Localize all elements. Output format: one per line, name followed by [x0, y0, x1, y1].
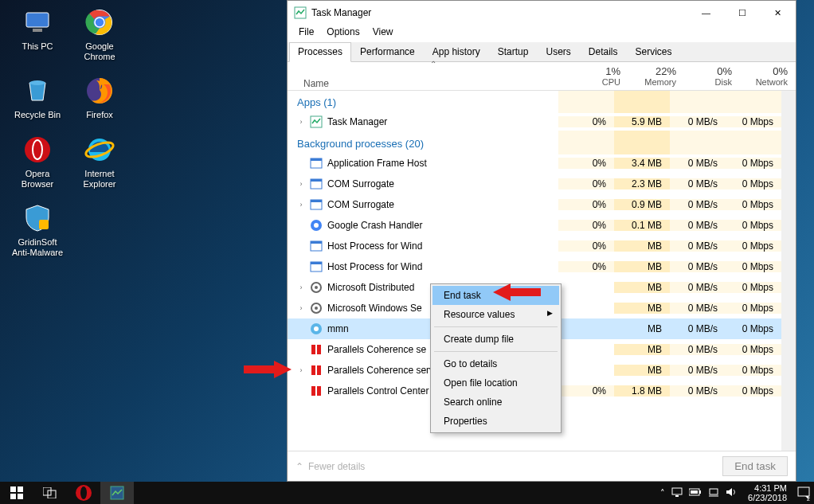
- net-cell: 0 Mbps: [726, 282, 781, 293]
- fewer-details-button[interactable]: ⌃ Fewer details: [295, 461, 365, 472]
- menu-file[interactable]: File: [292, 25, 320, 41]
- process-icon: [310, 178, 323, 190]
- svg-rect-51: [675, 495, 679, 497]
- process-icon: [310, 343, 323, 356]
- process-row[interactable]: › COM Surrogate 0% 0.9 MB 0 MB/s 0 Mbps: [288, 194, 781, 215]
- svg-rect-24: [311, 241, 322, 244]
- process-name-cell: Application Frame Host: [288, 157, 558, 170]
- context-menu-item[interactable]: Go to details: [432, 354, 559, 373]
- tray-battery-icon[interactable]: [689, 488, 702, 498]
- process-icon: [310, 198, 323, 211]
- process-icon: [310, 302, 323, 315]
- process-row[interactable]: Host Process for Wind 0% MB 0 MB/s 0 Mbp…: [288, 236, 781, 256]
- svg-point-5: [29, 80, 45, 85]
- expand-icon[interactable]: ›: [297, 304, 305, 312]
- taskbar-clock[interactable]: 4:31 PM 6/23/2018: [742, 483, 793, 502]
- process-row[interactable]: Host Process for Wind 0% MB 0 MB/s 0 Mbp…: [288, 256, 781, 277]
- net-cell: 0 Mbps: [726, 261, 781, 272]
- disk-cell: 0 MB/s: [670, 303, 726, 314]
- process-row[interactable]: Application Frame Host 0% 3.4 MB 0 MB/s …: [288, 153, 781, 174]
- tab-users[interactable]: Users: [537, 42, 579, 61]
- end-task-button[interactable]: End task: [722, 456, 788, 476]
- net-cell: 0 Mbps: [726, 199, 781, 210]
- desktop-icon-this-pc[interactable]: This PC: [10, 6, 65, 62]
- expand-icon[interactable]: ›: [297, 366, 305, 374]
- tab-details[interactable]: Details: [580, 42, 627, 61]
- process-row[interactable]: › Task Manager 0% 5.9 MB 0 MB/s 0 Mbps: [288, 111, 781, 132]
- icon-label: Recycle Bin: [14, 110, 61, 120]
- tab-performance[interactable]: Performance: [351, 42, 424, 61]
- mem-cell: MB: [614, 323, 670, 334]
- col-memory[interactable]: 22%Memory: [628, 62, 684, 90]
- cpu-cell: 0%: [558, 116, 614, 127]
- context-menu-item[interactable]: Open file location: [432, 373, 559, 393]
- mem-cell: MB: [614, 303, 670, 314]
- process-name-cell: Host Process for Wind: [288, 260, 558, 273]
- col-cpu[interactable]: 1%CPU: [573, 62, 628, 90]
- svg-rect-55: [710, 489, 718, 494]
- column-headers: ⌃Name 1%CPU 22%Memory 0%Disk 0%Network: [288, 62, 796, 91]
- col-name[interactable]: ⌃Name: [288, 62, 573, 90]
- desktop-icon-ie[interactable]: Internet Explorer: [72, 134, 127, 189]
- desktop-icon-opera[interactable]: Opera Browser: [10, 134, 65, 189]
- context-menu-item[interactable]: Create dump file: [432, 330, 559, 349]
- desktop-icon-firefox[interactable]: Firefox: [72, 75, 127, 120]
- context-menu-item[interactable]: Resource values▶: [432, 305, 559, 324]
- tab-startup[interactable]: Startup: [489, 42, 538, 61]
- mem-cell: MB: [614, 344, 670, 355]
- cpu-cell: 0%: [558, 199, 614, 210]
- icon-label: GridinSoft Anti-Malware: [12, 237, 63, 258]
- expand-icon[interactable]: ›: [297, 118, 305, 126]
- expand-icon[interactable]: ›: [297, 283, 305, 291]
- icon-label: Opera Browser: [22, 169, 53, 189]
- disk-cell: 0 MB/s: [670, 178, 726, 189]
- start-button[interactable]: [0, 482, 33, 504]
- col-network[interactable]: 0%Network: [740, 62, 796, 90]
- task-view-button[interactable]: [33, 482, 67, 504]
- svg-rect-26: [311, 262, 322, 264]
- expand-icon[interactable]: ›: [297, 201, 305, 209]
- col-name-label: Name: [303, 78, 329, 89]
- cpu-cell: 0%: [558, 385, 614, 397]
- context-menu-item[interactable]: Properties: [432, 412, 559, 431]
- desktop-icon-recycle-bin[interactable]: Recycle Bin: [10, 75, 65, 120]
- notification-button[interactable]: 2: [793, 482, 814, 504]
- process-row[interactable]: › COM Surrogate 0% 2.3 MB 0 MB/s 0 Mbps: [288, 174, 781, 194]
- context-menu-item[interactable]: Search online: [432, 393, 559, 412]
- tray-display-icon[interactable]: [671, 487, 683, 498]
- disk-cell: 0 MB/s: [670, 261, 726, 272]
- tab-processes[interactable]: Processes: [289, 42, 351, 62]
- scroll-up-icon[interactable]: ▴: [781, 91, 796, 105]
- expand-icon[interactable]: ›: [297, 180, 305, 188]
- maximize-button[interactable]: ☐: [724, 1, 760, 25]
- taskbar-opera[interactable]: [67, 482, 100, 504]
- desktop-icon-gridinsoft[interactable]: GridinSoft Anti-Malware: [10, 202, 65, 258]
- net-cell: 0 Mbps: [726, 158, 781, 169]
- menu-options[interactable]: Options: [320, 25, 366, 41]
- scroll-down-icon[interactable]: ▾: [781, 436, 796, 451]
- process-name-cell: › Task Manager: [288, 115, 558, 128]
- menu-view[interactable]: View: [366, 25, 400, 41]
- tab-services[interactable]: Services: [627, 42, 681, 61]
- process-row[interactable]: Google Crash Handler 0% 0.1 MB 0 MB/s 0 …: [288, 215, 781, 236]
- svg-rect-36: [317, 365, 321, 375]
- process-name-cell: Host Process for Wind: [288, 240, 558, 252]
- tab-app-history[interactable]: App history: [424, 42, 489, 61]
- taskmgr-icon: [294, 6, 307, 19]
- net-cell: 0 Mbps: [726, 344, 781, 355]
- tray-network-icon[interactable]: [708, 487, 719, 498]
- svg-point-4: [95, 18, 104, 27]
- svg-rect-20: [311, 200, 322, 202]
- close-button[interactable]: ✕: [760, 1, 796, 25]
- disk-cell: 0 MB/s: [670, 220, 726, 231]
- process-name: Task Manager: [327, 116, 387, 127]
- titlebar[interactable]: Task Manager — ☐ ✕: [288, 1, 796, 25]
- disk-cell: 0 MB/s: [670, 365, 726, 376]
- tray-volume-icon[interactable]: [726, 487, 737, 498]
- tray-chevron-icon[interactable]: ˄: [660, 488, 665, 498]
- taskbar-taskmgr[interactable]: [100, 482, 134, 504]
- desktop-icon-chrome[interactable]: Google Chrome: [72, 6, 127, 62]
- mem-cell: 0.1 MB: [614, 220, 670, 231]
- minimize-button[interactable]: —: [688, 1, 724, 25]
- col-disk[interactable]: 0%Disk: [684, 62, 740, 90]
